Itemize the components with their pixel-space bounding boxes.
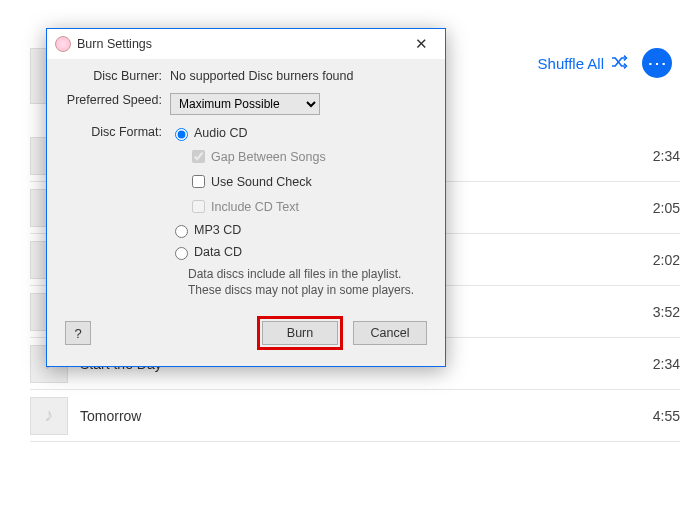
shuffle-all-link[interactable]: Shuffle All xyxy=(538,55,604,72)
sound-check-label: Use Sound Check xyxy=(211,175,312,189)
mp3-cd-radio[interactable]: MP3 CD xyxy=(170,222,427,238)
cancel-button[interactable]: Cancel xyxy=(353,321,427,345)
burn-settings-dialog: Burn Settings ✕ Disc Burner: No supporte… xyxy=(46,28,446,367)
data-cd-label: Data CD xyxy=(194,245,242,259)
audio-cd-label: Audio CD xyxy=(194,126,248,140)
gap-songs-label: Gap Between Songs xyxy=(211,150,326,164)
disc-burner-value: No supported Disc burners found xyxy=(170,69,427,83)
more-button[interactable]: ⋯ xyxy=(642,48,672,78)
gap-songs-checkbox: Gap Between Songs xyxy=(170,147,427,166)
cd-text-checkbox: Include CD Text xyxy=(170,197,427,216)
data-cd-radio[interactable]: Data CD xyxy=(170,244,427,260)
track-row[interactable]: ♪ Tomorrow 4:55 xyxy=(30,390,680,442)
dialog-titlebar: Burn Settings ✕ xyxy=(47,29,445,59)
burn-button[interactable]: Burn xyxy=(262,321,338,345)
audio-cd-radio[interactable]: Audio CD xyxy=(170,125,427,141)
preferred-speed-select[interactable]: Maximum Possible xyxy=(170,93,320,115)
preferred-speed-label: Preferred Speed: xyxy=(65,93,170,115)
sound-check-checkbox[interactable]: Use Sound Check xyxy=(170,172,427,191)
track-duration: 2:34 xyxy=(653,148,680,164)
app-icon xyxy=(55,36,71,52)
dialog-title: Burn Settings xyxy=(77,37,405,51)
track-duration: 2:05 xyxy=(653,200,680,216)
track-duration: 2:34 xyxy=(653,356,680,372)
track-thumb: ♪ xyxy=(30,397,68,435)
data-cd-note: Data discs include all files in the play… xyxy=(170,266,427,298)
shuffle-icon xyxy=(610,54,630,73)
disc-burner-label: Disc Burner: xyxy=(65,69,170,83)
track-duration: 2:02 xyxy=(653,252,680,268)
mp3-cd-label: MP3 CD xyxy=(194,223,241,237)
burn-highlight: Burn xyxy=(257,316,343,350)
disc-format-label: Disc Format: xyxy=(65,125,170,298)
track-duration: 3:52 xyxy=(653,304,680,320)
track-title: Tomorrow xyxy=(80,408,653,424)
help-button[interactable]: ? xyxy=(65,321,91,345)
cd-text-label: Include CD Text xyxy=(211,200,299,214)
track-duration: 4:55 xyxy=(653,408,680,424)
close-button[interactable]: ✕ xyxy=(405,35,437,53)
